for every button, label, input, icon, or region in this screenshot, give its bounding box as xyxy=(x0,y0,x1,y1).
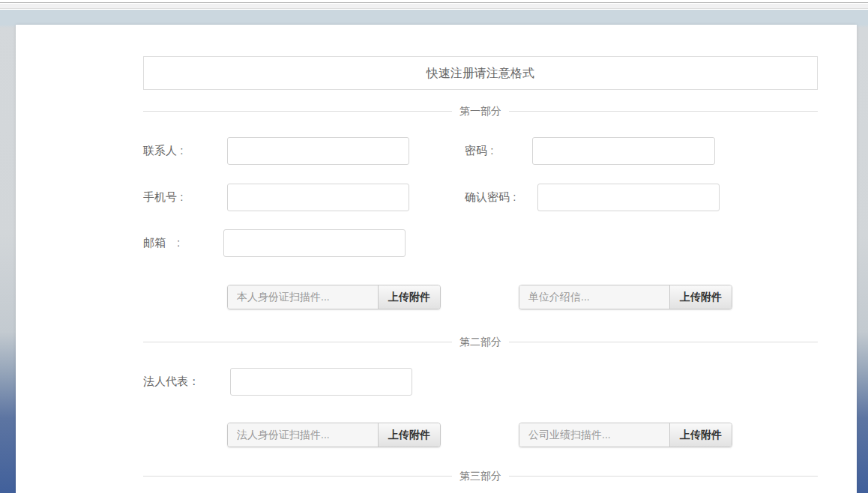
upload-row-part2: 法人身份证扫描件... 上传附件 公司业绩扫描件... 上传附件 xyxy=(143,423,818,447)
upload-id-scan[interactable]: 本人身份证扫描件... 上传附件 xyxy=(227,285,441,309)
password-input[interactable] xyxy=(532,137,715,165)
section-divider-part1: 第一部分 xyxy=(143,105,818,117)
phone-label: 手机号 : xyxy=(143,190,227,205)
phone-input[interactable] xyxy=(227,184,409,211)
legal-rep-label: 法人代表： xyxy=(143,375,230,389)
legal-rep-input[interactable] xyxy=(230,368,412,396)
form-row-phone-confirm: 手机号 : 确认密码 : xyxy=(143,184,818,211)
upload-intro-letter[interactable]: 单位介绍信... 上传附件 xyxy=(519,285,732,309)
email-input[interactable] xyxy=(223,229,406,257)
form-row-email: 邮箱 : xyxy=(143,229,818,257)
content-card: 快速注册请注意格式 第一部分 联系人 : 密码 : 手机号 : 确认密码 : 邮… xyxy=(16,25,857,493)
upload-row-part1: 本人身份证扫描件... 上传附件 单位介绍信... 上传附件 xyxy=(143,285,818,309)
upload-legal-id-scan[interactable]: 法人身份证扫描件... 上传附件 xyxy=(227,423,441,447)
form-row-legal-rep: 法人代表： xyxy=(143,368,818,396)
upload-intro-letter-button[interactable]: 上传附件 xyxy=(669,285,732,309)
confirm-password-input[interactable] xyxy=(537,184,720,211)
upload-id-scan-filename: 本人身份证扫描件... xyxy=(228,285,378,309)
email-label: 邮箱 : xyxy=(143,236,223,250)
upload-intro-letter-filename: 单位介绍信... xyxy=(519,285,669,309)
contact-label: 联系人 : xyxy=(143,144,227,158)
notice-banner: 快速注册请注意格式 xyxy=(143,56,818,90)
upload-company-performance-button[interactable]: 上传附件 xyxy=(669,423,732,447)
registration-form: 快速注册请注意格式 第一部分 联系人 : 密码 : 手机号 : 确认密码 : 邮… xyxy=(143,56,818,482)
form-row-contact-password: 联系人 : 密码 : xyxy=(143,137,818,165)
confirm-password-label: 确认密码 : xyxy=(465,190,537,205)
section-title: 第二部分 xyxy=(452,336,509,348)
section-title: 第一部分 xyxy=(452,105,509,117)
upload-id-scan-button[interactable]: 上传附件 xyxy=(378,285,440,309)
upload-company-performance-filename: 公司业绩扫描件... xyxy=(519,423,669,447)
notice-text: 快速注册请注意格式 xyxy=(427,67,534,79)
password-label: 密码 : xyxy=(465,144,532,158)
section-divider-part3: 第三部分 xyxy=(143,470,818,482)
section-title: 第三部分 xyxy=(452,470,509,482)
upload-company-performance[interactable]: 公司业绩扫描件... 上传附件 xyxy=(519,423,732,447)
upload-legal-id-scan-filename: 法人身份证扫描件... xyxy=(228,423,378,447)
contact-input[interactable] xyxy=(227,137,409,165)
browser-chrome-top-strip xyxy=(0,0,868,3)
browser-chrome-bottom-strip xyxy=(0,4,868,9)
upload-legal-id-scan-button[interactable]: 上传附件 xyxy=(378,423,440,447)
section-divider-part2: 第二部分 xyxy=(143,336,818,348)
